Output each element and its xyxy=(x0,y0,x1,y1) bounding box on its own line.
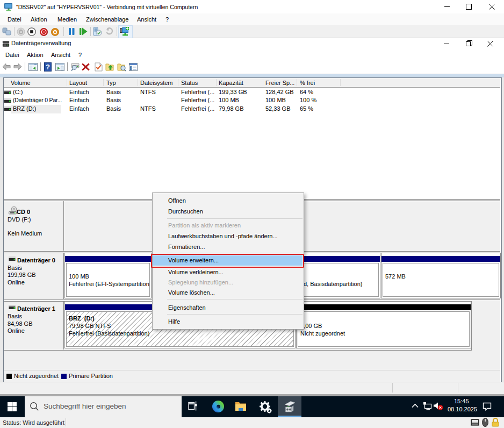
svg-text:?: ? xyxy=(46,63,50,71)
